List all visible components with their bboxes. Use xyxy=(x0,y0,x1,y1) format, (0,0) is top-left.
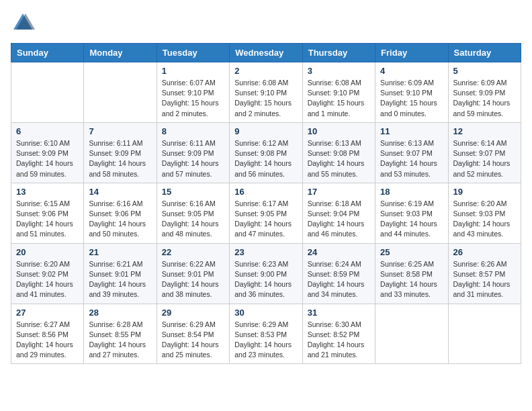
day-number: 30 xyxy=(234,308,297,318)
week-row-3: 13Sunrise: 6:15 AM Sunset: 9:06 PM Dayli… xyxy=(11,183,521,243)
day-info: Sunrise: 6:14 AM Sunset: 9:07 PM Dayligh… xyxy=(453,138,516,179)
day-cell: 4Sunrise: 6:09 AM Sunset: 9:10 PM Daylig… xyxy=(375,62,448,123)
day-cell xyxy=(84,62,157,123)
day-number: 11 xyxy=(380,126,443,136)
day-number: 24 xyxy=(308,247,370,257)
day-number: 22 xyxy=(162,247,224,257)
day-info: Sunrise: 6:09 AM Sunset: 9:10 PM Dayligh… xyxy=(380,78,443,119)
day-info: Sunrise: 6:08 AM Sunset: 9:10 PM Dayligh… xyxy=(234,78,297,119)
day-number: 8 xyxy=(162,126,224,136)
day-cell: 22Sunrise: 6:22 AM Sunset: 9:01 PM Dayli… xyxy=(157,243,229,304)
day-number: 21 xyxy=(89,247,151,257)
day-number: 10 xyxy=(308,126,370,136)
day-cell xyxy=(375,304,448,364)
day-number: 27 xyxy=(16,308,79,318)
day-cell: 16Sunrise: 6:17 AM Sunset: 9:05 PM Dayli… xyxy=(230,183,302,243)
day-number: 19 xyxy=(453,187,516,197)
day-number: 5 xyxy=(453,66,516,76)
weekday-monday: Monday xyxy=(84,44,157,62)
day-info: Sunrise: 6:20 AM Sunset: 9:03 PM Dayligh… xyxy=(453,199,516,240)
day-number: 29 xyxy=(162,308,224,318)
day-info: Sunrise: 6:30 AM Sunset: 8:52 PM Dayligh… xyxy=(308,320,370,361)
day-info: Sunrise: 6:21 AM Sunset: 9:01 PM Dayligh… xyxy=(89,259,151,300)
day-cell xyxy=(11,62,84,123)
day-info: Sunrise: 6:11 AM Sunset: 9:09 PM Dayligh… xyxy=(162,138,224,179)
day-info: Sunrise: 6:29 AM Sunset: 8:54 PM Dayligh… xyxy=(162,320,224,361)
day-number: 16 xyxy=(234,187,297,197)
day-number: 14 xyxy=(89,187,151,197)
day-cell: 11Sunrise: 6:13 AM Sunset: 9:07 PM Dayli… xyxy=(375,122,448,183)
day-number: 3 xyxy=(308,66,370,76)
day-info: Sunrise: 6:27 AM Sunset: 8:56 PM Dayligh… xyxy=(16,320,79,361)
day-cell: 18Sunrise: 6:19 AM Sunset: 9:03 PM Dayli… xyxy=(375,183,448,243)
day-info: Sunrise: 6:16 AM Sunset: 9:05 PM Dayligh… xyxy=(162,199,224,240)
week-row-4: 20Sunrise: 6:20 AM Sunset: 9:02 PM Dayli… xyxy=(11,243,521,304)
day-cell: 8Sunrise: 6:11 AM Sunset: 9:09 PM Daylig… xyxy=(157,122,229,183)
day-cell: 1Sunrise: 6:07 AM Sunset: 9:10 PM Daylig… xyxy=(157,62,229,123)
day-info: Sunrise: 6:26 AM Sunset: 8:57 PM Dayligh… xyxy=(453,259,516,300)
logo xyxy=(11,11,38,35)
weekday-wednesday: Wednesday xyxy=(230,44,302,62)
day-cell: 12Sunrise: 6:14 AM Sunset: 9:07 PM Dayli… xyxy=(448,122,521,183)
day-info: Sunrise: 6:19 AM Sunset: 9:03 PM Dayligh… xyxy=(380,199,443,240)
day-cell xyxy=(448,304,521,364)
day-number: 31 xyxy=(308,308,370,318)
day-cell: 23Sunrise: 6:23 AM Sunset: 9:00 PM Dayli… xyxy=(230,243,302,304)
day-cell: 2Sunrise: 6:08 AM Sunset: 9:10 PM Daylig… xyxy=(230,62,302,123)
day-info: Sunrise: 6:07 AM Sunset: 9:10 PM Dayligh… xyxy=(162,78,224,119)
day-cell: 31Sunrise: 6:30 AM Sunset: 8:52 PM Dayli… xyxy=(302,304,375,364)
day-number: 6 xyxy=(16,126,79,136)
day-info: Sunrise: 6:16 AM Sunset: 9:06 PM Dayligh… xyxy=(89,199,151,240)
day-number: 2 xyxy=(234,66,297,76)
day-number: 12 xyxy=(453,126,516,136)
day-cell: 21Sunrise: 6:21 AM Sunset: 9:01 PM Dayli… xyxy=(84,243,157,304)
day-cell: 30Sunrise: 6:29 AM Sunset: 8:53 PM Dayli… xyxy=(230,304,302,364)
day-number: 17 xyxy=(308,187,370,197)
page-header xyxy=(11,11,521,35)
day-info: Sunrise: 6:20 AM Sunset: 9:02 PM Dayligh… xyxy=(16,259,79,300)
day-number: 26 xyxy=(453,247,516,257)
day-cell: 9Sunrise: 6:12 AM Sunset: 9:08 PM Daylig… xyxy=(230,122,302,183)
day-cell: 19Sunrise: 6:20 AM Sunset: 9:03 PM Dayli… xyxy=(448,183,521,243)
day-info: Sunrise: 6:11 AM Sunset: 9:09 PM Dayligh… xyxy=(89,138,151,179)
logo-icon xyxy=(11,11,35,35)
day-cell: 27Sunrise: 6:27 AM Sunset: 8:56 PM Dayli… xyxy=(11,304,84,364)
day-info: Sunrise: 6:28 AM Sunset: 8:55 PM Dayligh… xyxy=(89,320,151,361)
day-info: Sunrise: 6:25 AM Sunset: 8:58 PM Dayligh… xyxy=(380,259,443,300)
day-number: 15 xyxy=(162,187,224,197)
weekday-saturday: Saturday xyxy=(448,44,521,62)
week-row-5: 27Sunrise: 6:27 AM Sunset: 8:56 PM Dayli… xyxy=(11,304,521,364)
day-info: Sunrise: 6:15 AM Sunset: 9:06 PM Dayligh… xyxy=(16,199,79,240)
day-number: 20 xyxy=(16,247,79,257)
day-info: Sunrise: 6:08 AM Sunset: 9:10 PM Dayligh… xyxy=(308,78,370,119)
day-info: Sunrise: 6:13 AM Sunset: 9:08 PM Dayligh… xyxy=(308,138,370,179)
day-info: Sunrise: 6:29 AM Sunset: 8:53 PM Dayligh… xyxy=(234,320,297,361)
week-row-2: 6Sunrise: 6:10 AM Sunset: 9:09 PM Daylig… xyxy=(11,122,521,183)
day-cell: 13Sunrise: 6:15 AM Sunset: 9:06 PM Dayli… xyxy=(11,183,84,243)
day-info: Sunrise: 6:23 AM Sunset: 9:00 PM Dayligh… xyxy=(234,259,297,300)
weekday-tuesday: Tuesday xyxy=(157,44,229,62)
day-info: Sunrise: 6:24 AM Sunset: 8:59 PM Dayligh… xyxy=(308,259,370,300)
day-cell: 14Sunrise: 6:16 AM Sunset: 9:06 PM Dayli… xyxy=(84,183,157,243)
day-cell: 15Sunrise: 6:16 AM Sunset: 9:05 PM Dayli… xyxy=(157,183,229,243)
day-number: 18 xyxy=(380,187,443,197)
day-cell: 25Sunrise: 6:25 AM Sunset: 8:58 PM Dayli… xyxy=(375,243,448,304)
day-info: Sunrise: 6:22 AM Sunset: 9:01 PM Dayligh… xyxy=(162,259,224,300)
day-number: 4 xyxy=(380,66,443,76)
day-cell: 17Sunrise: 6:18 AM Sunset: 9:04 PM Dayli… xyxy=(302,183,375,243)
day-cell: 5Sunrise: 6:09 AM Sunset: 9:09 PM Daylig… xyxy=(448,62,521,123)
day-number: 23 xyxy=(234,247,297,257)
day-number: 7 xyxy=(89,126,151,136)
day-cell: 24Sunrise: 6:24 AM Sunset: 8:59 PM Dayli… xyxy=(302,243,375,304)
day-number: 25 xyxy=(380,247,443,257)
calendar-table: SundayMondayTuesdayWednesdayThursdayFrid… xyxy=(11,43,521,364)
day-cell: 26Sunrise: 6:26 AM Sunset: 8:57 PM Dayli… xyxy=(448,243,521,304)
day-number: 1 xyxy=(162,66,224,76)
day-cell: 6Sunrise: 6:10 AM Sunset: 9:09 PM Daylig… xyxy=(11,122,84,183)
day-info: Sunrise: 6:13 AM Sunset: 9:07 PM Dayligh… xyxy=(380,138,443,179)
weekday-friday: Friday xyxy=(375,44,448,62)
day-number: 13 xyxy=(16,187,79,197)
day-info: Sunrise: 6:09 AM Sunset: 9:09 PM Dayligh… xyxy=(453,78,516,119)
day-cell: 29Sunrise: 6:29 AM Sunset: 8:54 PM Dayli… xyxy=(157,304,229,364)
day-cell: 20Sunrise: 6:20 AM Sunset: 9:02 PM Dayli… xyxy=(11,243,84,304)
